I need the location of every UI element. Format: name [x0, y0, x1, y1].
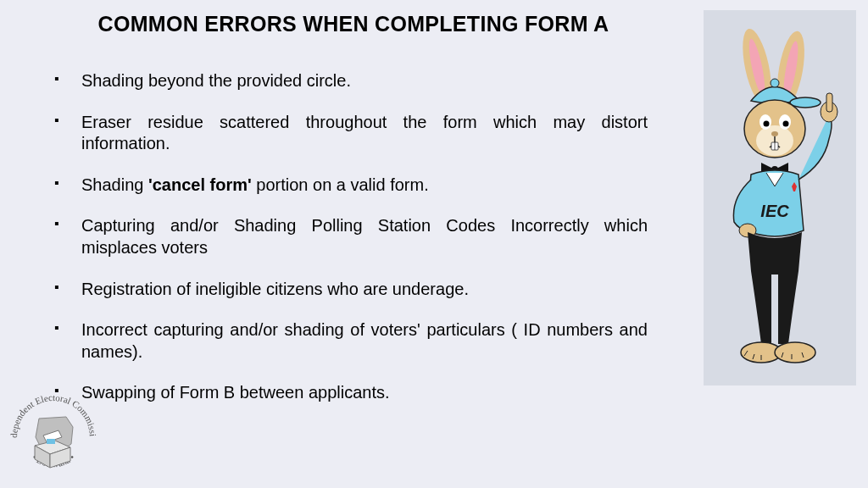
error-item: Swapping of Form B between applicants. — [70, 382, 648, 404]
bullet-text: Eraser residue scattered throughout the … — [81, 113, 648, 153]
error-item: Shading beyond the provided circle. — [70, 70, 648, 92]
error-item: Incorrect capturing and/or shading of vo… — [70, 319, 648, 363]
error-item: Eraser residue scattered throughout the … — [70, 112, 648, 155]
bullet-bold: 'cancel form' — [148, 175, 252, 194]
svg-point-10 — [763, 120, 769, 126]
mascot-panel: IEC — [704, 10, 856, 385]
iec-logo-icon: Independent Electoral Commission • Botsw… — [7, 388, 100, 481]
svg-point-20 — [775, 342, 815, 363]
error-item: Capturing and/or Shading Polling Station… — [70, 215, 648, 258]
bullet-text: portion on a valid form. — [252, 175, 429, 194]
bullet-text: Incorrect capturing and/or shading of vo… — [81, 320, 648, 361]
svg-rect-18 — [826, 93, 832, 112]
svg-rect-25 — [47, 439, 55, 444]
bullet-text: Registration of ineligible citizens who … — [81, 280, 469, 298]
bullet-text: Capturing and/or Shading Polling Station… — [81, 216, 648, 257]
rabbit-mascot-icon: IEC — [710, 20, 850, 376]
svg-point-12 — [771, 131, 778, 136]
error-list: Shading beyond the provided circle.Erase… — [70, 70, 648, 404]
mascot-shirt-text: IEC — [760, 202, 789, 220]
bullet-text: Shading beyond the provided circle. — [81, 71, 351, 90]
svg-point-5 — [771, 79, 779, 87]
bullet-text: Shading — [81, 175, 148, 194]
svg-point-11 — [782, 120, 788, 126]
error-item: Shading 'cancel form' portion on a valid… — [70, 175, 648, 197]
bullet-text: Swapping of Form B between applicants. — [81, 383, 390, 402]
error-item: Registration of ineligible citizens who … — [70, 279, 648, 301]
